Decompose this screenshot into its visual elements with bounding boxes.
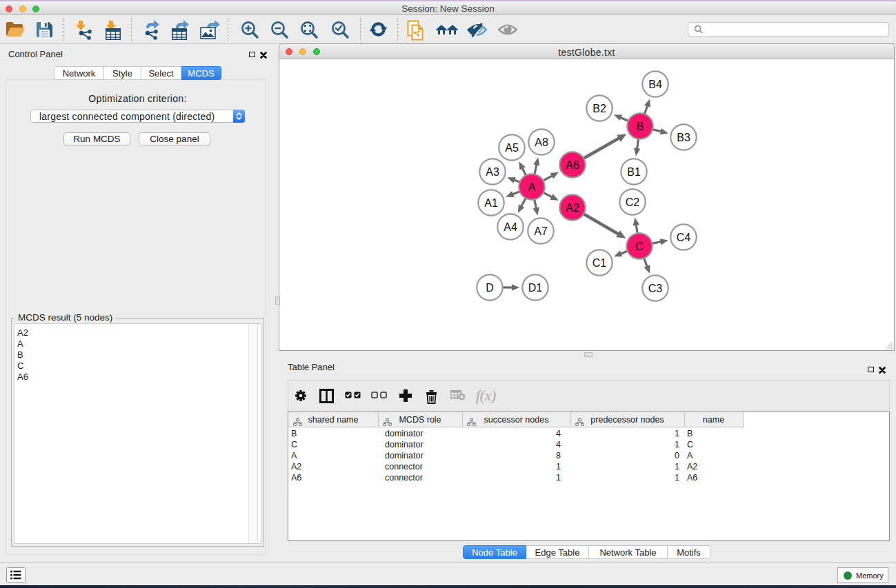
svg-text:A2: A2 <box>566 202 579 214</box>
svg-text:C4: C4 <box>677 232 691 243</box>
svg-text:C3: C3 <box>648 283 663 294</box>
svg-text:A: A <box>528 181 536 193</box>
svg-text:A5: A5 <box>505 142 519 154</box>
svg-text:A4: A4 <box>504 221 517 233</box>
svg-text:B4: B4 <box>648 79 662 90</box>
svg-text:C2: C2 <box>626 196 640 208</box>
svg-text:A8: A8 <box>535 136 548 148</box>
svg-text:C1: C1 <box>593 257 607 269</box>
svg-text:B2: B2 <box>593 103 606 114</box>
svg-text:D1: D1 <box>528 282 543 294</box>
svg-text:B3: B3 <box>677 132 690 143</box>
svg-text:B1: B1 <box>627 166 641 178</box>
svg-text:A6: A6 <box>566 159 579 171</box>
svg-text:D: D <box>486 282 494 294</box>
svg-text:C: C <box>635 241 644 252</box>
svg-text:A1: A1 <box>484 197 498 209</box>
svg-text:A7: A7 <box>534 225 548 237</box>
svg-text:A3: A3 <box>486 166 499 178</box>
svg-text:B: B <box>637 121 644 132</box>
